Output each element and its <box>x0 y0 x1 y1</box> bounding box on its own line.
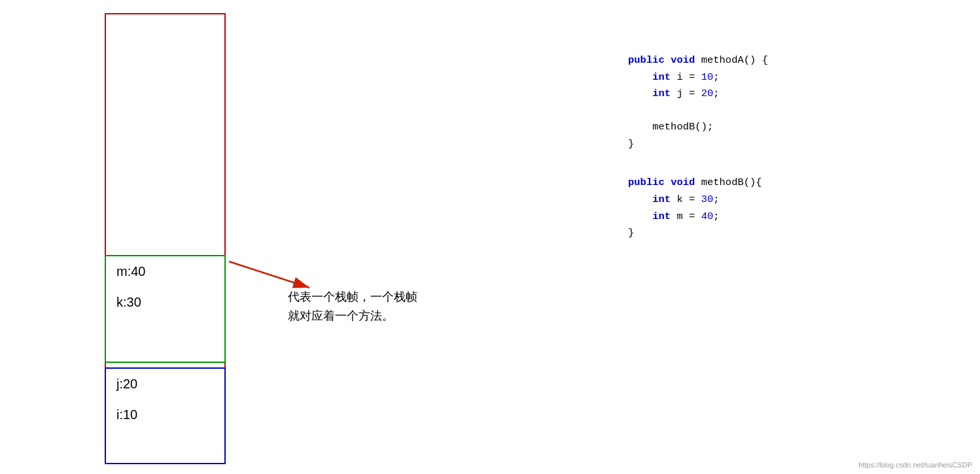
code-display: public void methodA() { int i = 10; int … <box>628 52 768 252</box>
var-j: j:20 <box>106 369 224 399</box>
var-k: k:30 <box>106 287 224 318</box>
var-m: m:40 <box>106 256 224 287</box>
stack-diagram: m:40 k:30 j:20 i:10 <box>105 13 242 464</box>
code-line-ma5: methodB(); <box>628 119 768 136</box>
code-line-mb1: public void methodB(){ <box>628 175 768 192</box>
method-b-frame: m:40 k:30 <box>105 255 226 363</box>
watermark: https://blog.csdn.net/tuanheisCSDP <box>858 461 972 469</box>
code-line-ma4 <box>628 103 768 120</box>
var-i: i:10 <box>106 399 224 430</box>
code-line-ma3: int j = 20; <box>628 86 768 103</box>
code-line-mb4: } <box>628 225 768 242</box>
code-line-ma2: int i = 10; <box>628 69 768 86</box>
annotation-line2: 就对应着一个方法。 <box>288 307 417 326</box>
code-line-ma6: } <box>628 136 768 153</box>
method-a-code: public void methodA() { int i = 10; int … <box>628 52 768 152</box>
method-a-frame: j:20 i:10 <box>105 367 226 464</box>
code-line-ma1: public void methodA() { <box>628 52 768 69</box>
svg-line-1 <box>229 262 309 288</box>
code-line-mb3: int m = 40; <box>628 209 768 226</box>
annotation-text: 代表一个栈帧，一个栈帧 就对应着一个方法。 <box>288 288 417 326</box>
code-spacer <box>628 163 768 175</box>
method-b-code: public void methodB(){ int k = 30; int m… <box>628 175 768 241</box>
annotation-line1: 代表一个栈帧，一个栈帧 <box>288 288 417 307</box>
code-line-mb2: int k = 30; <box>628 192 768 209</box>
